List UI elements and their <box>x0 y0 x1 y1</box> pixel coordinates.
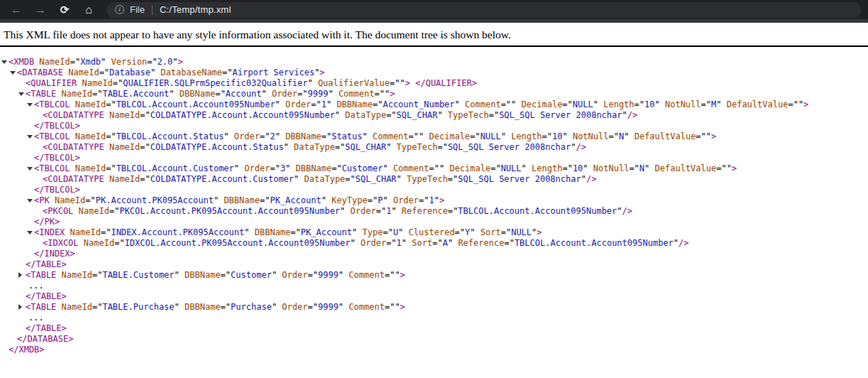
xml-tag-token: <COLDATATYPE <box>43 142 104 152</box>
xml-plain-token <box>391 142 396 152</box>
xml-plain-token: " <box>614 131 619 141</box>
collapse-arrow-icon[interactable] <box>10 71 16 75</box>
xml-plain-token: " <box>701 131 706 141</box>
xml-plain-token <box>388 163 393 173</box>
xml-plain-token: " <box>727 163 732 173</box>
xml-plain-token: " <box>339 302 344 312</box>
xml-attribute-name-token: Reference <box>402 206 448 216</box>
xml-attribute-value-token: TBLCOL.Account.Account095Number <box>458 206 617 216</box>
xml-tag-token: <TBLCOL <box>34 99 70 109</box>
xml-tag-token: > <box>178 57 183 67</box>
xml-attribute-name-token: DBBName <box>255 227 291 237</box>
xml-attribute-name-token: NameId <box>62 89 92 99</box>
xml-attribute-name-token: Version <box>111 57 148 67</box>
xml-plain-token: = <box>608 131 613 141</box>
xml-tree-line: <TABLE NameId="TABLE.Purchase" DBBName="… <box>0 302 868 313</box>
url-text[interactable]: C:/Temp/tmp.xml <box>160 4 231 15</box>
xml-plain-token: " <box>568 163 573 173</box>
xml-plain-token: = <box>429 163 434 173</box>
xml-attribute-name-token: NameId <box>75 163 106 173</box>
xml-plain-token: " <box>634 163 639 173</box>
xml-plain-token: " <box>234 163 239 173</box>
page-info-icon[interactable]: i <box>115 5 124 14</box>
collapse-arrow-icon[interactable] <box>27 231 33 234</box>
xml-attribute-value-token: 10 <box>573 163 583 173</box>
xml-plain-token <box>280 99 285 109</box>
xml-plain-token: = <box>629 163 634 173</box>
xml-attribute-value-token: Database <box>109 68 150 77</box>
xml-tag-token: </QUALIFIER <box>415 78 471 88</box>
collapse-arrow-icon[interactable] <box>1 60 7 64</box>
xml-plain-token <box>73 206 78 216</box>
xml-tag-token: </TABLE <box>26 259 62 269</box>
xml-attribute-value-token: Status <box>331 131 362 141</box>
xml-tree-line: <XMDB NameId="Xmdb" Version="2.0"> <box>0 57 868 68</box>
xml-plain-token: " <box>391 110 396 120</box>
xml-plain-token: " <box>495 163 500 173</box>
xml-plain-token <box>356 238 361 248</box>
xml-tree-line: ... <box>0 313 868 323</box>
xml-attribute-value-token: NULL <box>480 131 501 141</box>
forward-button[interactable]: → <box>28 1 53 18</box>
xml-attribute-name-token: Order <box>361 238 386 248</box>
xml-plain-token: " <box>169 89 174 99</box>
xml-plain-token: " <box>522 163 527 173</box>
xml-plain-token: " <box>307 78 312 88</box>
xml-tag-token: <TABLE <box>26 302 56 312</box>
xml-plain-token <box>388 195 393 205</box>
xml-attribute-value-token: Account <box>226 89 262 99</box>
xml-attribute-name-token: Clustered <box>409 227 455 237</box>
xml-attribute-name-token: DBBName <box>185 302 221 312</box>
expand-arrow-icon[interactable] <box>18 304 22 310</box>
xml-plain-token: " <box>460 227 465 237</box>
xml-plain-token: " <box>104 68 109 77</box>
xml-plain-token: " <box>706 99 711 109</box>
xml-plain-token: = <box>562 99 567 109</box>
xml-attribute-name-token: DefaultValue <box>727 99 789 109</box>
collapse-arrow-icon[interactable] <box>27 103 33 107</box>
xml-tree-line: </INDEX> <box>0 249 868 259</box>
xml-attribute-name-token: Decimale <box>449 163 490 173</box>
xml-tree-line: </DATABASE> <box>0 334 868 345</box>
home-button[interactable]: ⌂ <box>77 1 101 18</box>
browser-toolbar: ← → ⟳ ⌂ i File C:/Temp/tmp.xml <box>0 0 868 19</box>
xml-plain-token <box>660 99 665 109</box>
reload-button[interactable]: ⟳ <box>53 1 77 18</box>
xml-tag-token: <TBLCOL <box>34 131 70 141</box>
collapse-arrow-icon[interactable] <box>27 199 33 202</box>
xml-plain-token: = <box>221 302 226 312</box>
collapse-arrow-icon[interactable] <box>27 135 33 139</box>
xml-plain-token: = <box>307 302 312 312</box>
xml-tag-token: /> <box>586 174 596 184</box>
xml-plain-token <box>649 163 654 173</box>
xml-attribute-value-token: TBLCOL.Account.Status <box>116 131 224 141</box>
expand-arrow-icon[interactable] <box>18 272 22 278</box>
collapse-arrow-icon[interactable] <box>27 167 33 171</box>
xml-attribute-name-token: Order <box>351 206 376 216</box>
xml-attribute-value-token: 1 <box>397 238 402 248</box>
xml-plain-token <box>70 99 75 109</box>
xml-attribute-value-token: Account_Number <box>383 99 454 109</box>
xml-tree-line: <DATABASE NameId="Database" DatabaseName… <box>0 68 868 78</box>
xml-tag-token: > <box>75 153 80 163</box>
collapsed-content-ellipsis[interactable]: ... <box>28 313 44 323</box>
xml-plain-token: " <box>226 270 231 280</box>
collapse-arrow-icon[interactable] <box>18 92 24 96</box>
back-button[interactable]: ← <box>4 1 28 18</box>
collapsed-content-ellipsis[interactable]: ... <box>28 281 44 291</box>
xml-plain-token <box>289 142 294 152</box>
xml-attribute-name-token: KeyType <box>331 195 368 205</box>
xml-plain-token: " <box>111 131 116 141</box>
xml-attribute-name-token: Decimale <box>429 131 471 141</box>
address-bar[interactable]: i File C:/Temp/tmp.xml <box>106 2 861 18</box>
xml-plain-token <box>70 131 75 141</box>
xml-attribute-name-token: NameId <box>109 142 140 152</box>
xml-attribute-name-token: Type <box>363 227 383 237</box>
xml-attribute-name-token: Length <box>511 131 542 141</box>
xml-plain-token: = <box>634 99 639 109</box>
xml-attribute-name-token: NameId <box>82 78 112 88</box>
xml-plain-token: " <box>313 270 318 280</box>
xml-plain-token: " <box>152 57 157 67</box>
xml-plain-token <box>56 302 61 312</box>
xml-attribute-name-token: Comment <box>373 131 409 141</box>
